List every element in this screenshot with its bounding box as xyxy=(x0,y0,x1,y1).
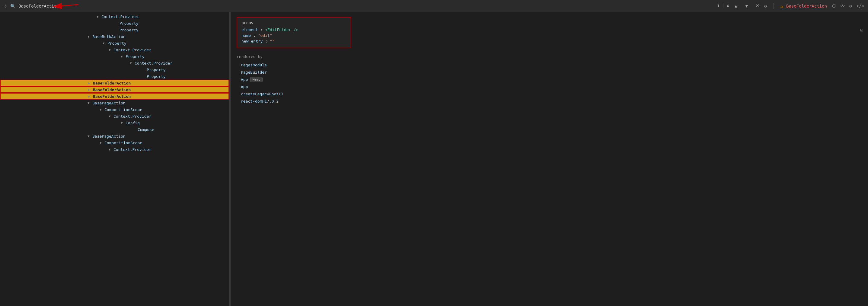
tree-item[interactable]: ▼Context.Provider xyxy=(0,146,229,153)
toolbar: ⊹ 🔍 BaseFolderAction 1 | 4 ▲ ▼ ✕ ⚙ ⚠ Bas… xyxy=(0,0,868,12)
tree-item[interactable]: ▼Context.Provider xyxy=(0,113,229,120)
rendered-item-name[interactable]: App xyxy=(241,77,248,82)
tree-item[interactable]: ▶BaseFolderAction xyxy=(0,93,229,100)
props-box: props element : <EditFolder /> name : "e… xyxy=(237,17,351,48)
settings-icon[interactable]: ⚙ xyxy=(849,3,852,9)
tree-item[interactable]: Property xyxy=(0,20,229,27)
tree-item[interactable]: Property xyxy=(0,73,229,80)
tree-item-label: Compose xyxy=(137,127,154,132)
rendered-by-item: App xyxy=(241,83,862,90)
new-entry-key: new entry xyxy=(242,39,262,43)
rendered-by-container: PagesModulePageBuilderAppMemoAppcreateLe… xyxy=(237,61,862,105)
tree-item[interactable]: ▼BasePageAction xyxy=(0,100,229,106)
prop-name: name : "edit" xyxy=(242,33,346,38)
tree-item[interactable]: ▼Config xyxy=(0,120,229,126)
name-value: "edit" xyxy=(258,33,272,38)
tree-item-label: CompositionScope xyxy=(104,141,142,145)
rendered-by-item: AppMemo xyxy=(241,76,862,83)
tree-item-label: BaseFolderAction xyxy=(93,81,131,85)
tree-item-label: BasePageAction xyxy=(92,101,126,105)
tree-item[interactable]: Property xyxy=(0,27,229,33)
toolbar-separator xyxy=(774,3,774,9)
toolbar-right-icons: ⏱ 👁 ⚙ </> xyxy=(832,3,864,9)
tree-arrow-icon: ▼ xyxy=(130,61,134,65)
rendered-item-name[interactable]: App xyxy=(241,85,248,89)
element-key: element xyxy=(242,27,258,32)
component-title: BaseFolderAction xyxy=(786,4,827,8)
toolbar-center: 1 | 4 ▲ ▼ ✕ ⚙ xyxy=(717,2,767,9)
tree-item[interactable]: Property xyxy=(0,66,229,73)
tree-item[interactable]: ▼Context.Provider xyxy=(0,13,229,20)
tree-arrow-icon: ▼ xyxy=(103,41,107,45)
tree-item-label: Property xyxy=(120,28,138,32)
tree-item-label: BaseFolderAction xyxy=(93,88,131,92)
timer-icon[interactable]: ⏱ xyxy=(832,3,836,9)
tree-item[interactable]: Compose xyxy=(0,126,229,133)
tree-item-label: Property xyxy=(147,74,166,79)
tree-item-label: Context.Provider xyxy=(114,48,151,52)
tree-item[interactable]: ▼Context.Provider xyxy=(0,60,229,66)
source-icon[interactable]: </> xyxy=(856,3,864,9)
tree-item-label: BaseFolderAction xyxy=(93,94,131,99)
eye-icon[interactable]: 👁 xyxy=(840,3,845,9)
new-entry-value: "" xyxy=(270,39,275,43)
warning-icon: ⚠ xyxy=(780,3,783,9)
rendered-by-title: rendered by xyxy=(237,54,862,59)
nav-down-button[interactable]: ▼ xyxy=(743,3,751,9)
expand-panel-button[interactable]: ⊡ xyxy=(860,27,863,33)
prop-element: element : <EditFolder /> xyxy=(242,27,346,32)
toolbar-right-section: ⚠ BaseFolderAction xyxy=(780,3,827,9)
tree-arrow-icon: ▼ xyxy=(88,101,92,105)
nav-up-button[interactable]: ▲ xyxy=(732,3,740,9)
tree-item-label: CompositionScope xyxy=(104,108,142,112)
tree-item-label: BaseBulkAction xyxy=(92,34,126,39)
rendered-by-item: createLegacyRoot() xyxy=(241,90,862,97)
toolbar-left: ⊹ 🔍 BaseFolderAction xyxy=(4,4,712,8)
tree-item-label: Context.Provider xyxy=(114,114,151,119)
rendered-item-name[interactable]: PagesModule xyxy=(241,63,267,67)
tree-arrow-icon: ▼ xyxy=(88,134,92,138)
tree-arrow-icon: ▼ xyxy=(121,55,125,59)
props-title: props xyxy=(242,21,346,25)
tree-item-label: BasePageAction xyxy=(92,134,126,139)
close-search-button[interactable]: ✕ xyxy=(754,2,761,9)
tree-arrow-icon: ▼ xyxy=(100,108,104,112)
tree-panel: ▼Context.ProviderPropertyProperty▼BaseBu… xyxy=(0,12,229,306)
rendered-by-item: PageBuilder xyxy=(241,68,862,76)
tree-arrow-icon: ▼ xyxy=(100,141,104,145)
rendered-item-name[interactable]: PageBuilder xyxy=(241,70,267,74)
tree-arrow-icon: ▶ xyxy=(88,88,92,92)
tree-item-label: Context.Provider xyxy=(114,147,151,152)
tree-arrow-icon: ▶ xyxy=(88,81,92,85)
search-icon[interactable]: 🔍 xyxy=(10,4,16,8)
rendered-item-name[interactable]: react-dom@17.0.2 xyxy=(241,99,279,103)
tree-arrow-icon: ▼ xyxy=(97,15,101,19)
tree-item[interactable]: ▼CompositionScope xyxy=(0,106,229,113)
tree-item-label: Property xyxy=(120,21,138,26)
tree-item-label: Config xyxy=(126,121,140,125)
right-panel: props element : <EditFolder /> name : "e… xyxy=(230,12,868,306)
rendered-by-section: rendered by PagesModulePageBuilderAppMem… xyxy=(237,54,862,105)
tree-item[interactable]: ▼Property xyxy=(0,53,229,60)
tree-item[interactable]: ▶BaseFolderAction xyxy=(0,80,229,86)
memo-badge: Memo xyxy=(250,77,262,82)
tree-arrow-icon: ▼ xyxy=(108,48,113,52)
search-settings-icon[interactable]: ⚙ xyxy=(764,3,767,9)
toolbar-title: BaseFolderAction xyxy=(19,4,59,8)
tree-item[interactable]: ▼Property xyxy=(0,40,229,47)
tree-item-label: Context.Provider xyxy=(134,61,172,65)
toolbar-counter: 1 | 4 xyxy=(717,4,729,8)
tree-container: ▼Context.ProviderPropertyProperty▼BaseBu… xyxy=(0,13,229,153)
rendered-item-name[interactable]: createLegacyRoot() xyxy=(241,92,283,96)
main-content: ▼Context.ProviderPropertyProperty▼BaseBu… xyxy=(0,12,868,306)
tree-item[interactable]: ▼Context.Provider xyxy=(0,47,229,53)
tree-item[interactable]: ▼CompositionScope xyxy=(0,140,229,146)
tree-item-label: Property xyxy=(147,68,166,72)
tree-arrow-icon: ▼ xyxy=(108,148,113,152)
tree-item[interactable]: ▼BaseBulkAction xyxy=(0,33,229,40)
tree-item[interactable]: ▶BaseFolderAction xyxy=(0,86,229,93)
tree-item[interactable]: ▼BasePageAction xyxy=(0,133,229,140)
tree-arrow-icon: ▼ xyxy=(121,121,125,125)
cursor-icon[interactable]: ⊹ xyxy=(4,4,7,8)
rendered-by-item: PagesModule xyxy=(241,61,862,68)
